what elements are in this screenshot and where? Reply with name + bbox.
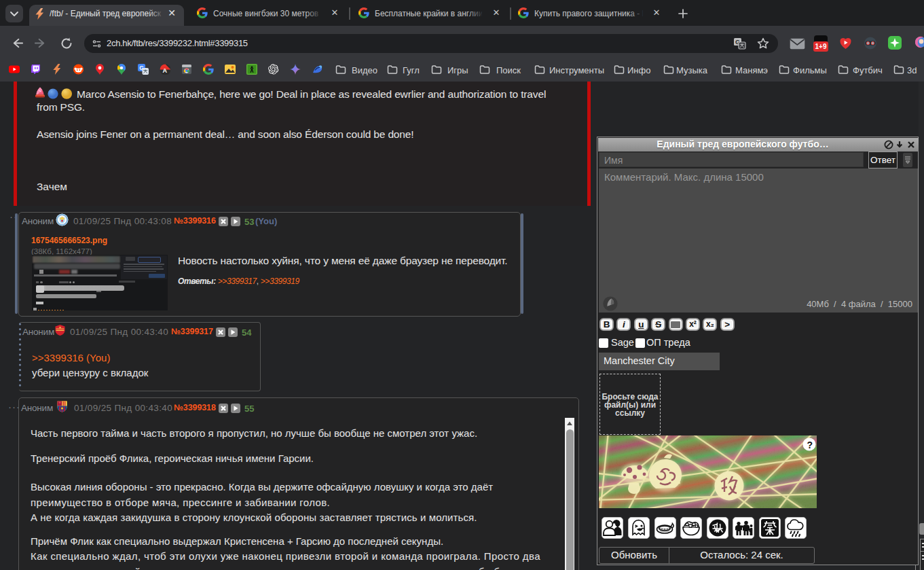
svg-text:?: ? [807, 440, 813, 450]
svg-text:А: А [163, 67, 168, 74]
